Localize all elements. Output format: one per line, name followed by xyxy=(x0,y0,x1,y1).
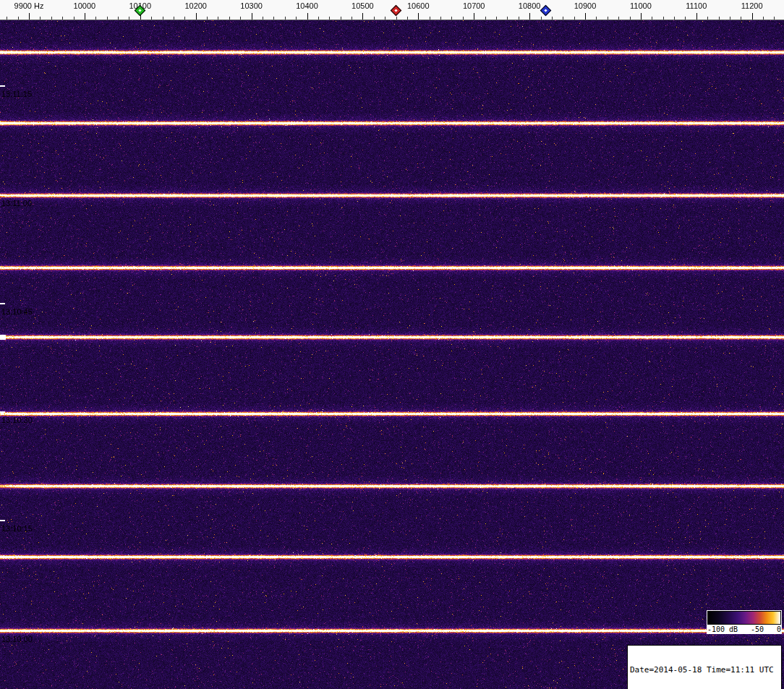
ruler-minor-tick xyxy=(240,17,241,20)
ruler-minor-tick xyxy=(318,17,319,20)
ruler-label: 10400 xyxy=(296,1,318,10)
ruler-minor-tick xyxy=(218,17,218,20)
ruler-minor-tick xyxy=(118,17,119,20)
ruler-label: 10900 xyxy=(574,1,597,10)
ruler-minor-tick xyxy=(7,17,7,20)
ruler-major-tick xyxy=(752,13,753,20)
ruler-minor-tick xyxy=(763,17,764,20)
ruler-major-tick xyxy=(529,13,530,20)
ruler-minor-tick xyxy=(552,17,553,20)
ruler-minor-tick xyxy=(296,17,297,20)
ruler-minor-tick xyxy=(574,17,575,20)
ruler-minor-tick xyxy=(596,17,597,20)
ruler-major-tick xyxy=(307,13,308,20)
ruler-major-tick xyxy=(641,13,642,20)
ruler-label: 10700 xyxy=(463,1,485,10)
colorbar-min-label: -100 dB xyxy=(707,625,738,633)
ruler-minor-tick xyxy=(40,17,41,20)
ruler-minor-tick xyxy=(74,17,74,20)
ruler-major-tick xyxy=(196,13,197,20)
ruler-label: 9900 Hz xyxy=(14,1,44,10)
ruler-label: 10200 xyxy=(184,1,207,10)
ruler-minor-tick xyxy=(385,17,385,20)
ruler-minor-tick xyxy=(630,17,631,20)
ruler-minor-tick xyxy=(95,17,96,20)
ruler-minor-tick xyxy=(507,17,508,20)
ruler-minor-tick xyxy=(719,17,720,20)
marker-red-diamond-icon[interactable] xyxy=(390,5,401,17)
ruler-minor-tick xyxy=(129,17,129,20)
ruler-major-tick xyxy=(85,13,85,20)
ruler-minor-tick xyxy=(440,17,441,20)
ruler-minor-tick xyxy=(351,17,352,20)
ruler-minor-tick xyxy=(151,17,152,20)
colorbar-max-label: 0 xyxy=(777,625,781,633)
ruler-major-tick xyxy=(418,13,419,20)
ruler-label: 11200 xyxy=(741,1,763,10)
ruler-minor-tick xyxy=(163,17,163,20)
marker-center-dot xyxy=(545,9,547,12)
ruler-label: 10600 xyxy=(407,1,430,10)
ruler-minor-tick xyxy=(407,17,408,20)
ruler-minor-tick xyxy=(519,17,519,20)
ruler-minor-tick xyxy=(485,17,486,20)
ruler-minor-tick xyxy=(730,17,730,20)
ruler-minor-tick xyxy=(774,17,775,20)
ruler-minor-tick xyxy=(652,17,652,20)
ruler-minor-tick xyxy=(563,17,563,20)
ruler-major-tick xyxy=(474,13,474,20)
ruler-minor-tick xyxy=(184,17,185,20)
ruler-minor-tick xyxy=(608,17,608,20)
ruler-minor-tick xyxy=(229,17,230,20)
colorbar-labels: -100 dB -50 0 xyxy=(707,625,781,633)
colorbar-mid-label: -50 xyxy=(751,625,764,633)
waterfall-spectrogram-window: 9900 Hz100001010010200103001040010500106… xyxy=(0,0,784,689)
ruler-minor-tick xyxy=(174,17,174,20)
info-line-date: Date=2014-05-18 Time=11:11 UTC xyxy=(630,665,779,675)
ruler-minor-tick xyxy=(663,17,664,20)
ruler-major-tick xyxy=(29,13,30,20)
ruler-minor-tick xyxy=(451,17,452,20)
frequency-ruler[interactable]: 9900 Hz100001010010200103001040010500106… xyxy=(0,0,784,20)
ruler-major-tick xyxy=(585,13,586,20)
marker-center-dot xyxy=(138,9,141,12)
ruler-minor-tick xyxy=(285,17,286,20)
ruler-minor-tick xyxy=(674,17,675,20)
marker-blue-diamond-icon[interactable] xyxy=(540,5,552,17)
ruler-label: 11000 xyxy=(630,1,652,10)
ruler-minor-tick xyxy=(329,17,330,20)
ruler-minor-tick xyxy=(62,17,63,20)
amplitude-colorbar: -100 dB -50 0 xyxy=(707,610,782,634)
ruler-minor-tick xyxy=(741,17,741,20)
ruler-minor-tick xyxy=(207,17,208,20)
colorbar-gradient xyxy=(707,611,781,625)
waterfall-display[interactable] xyxy=(0,20,784,689)
ruler-minor-tick xyxy=(107,17,108,20)
ruler-minor-tick xyxy=(374,17,375,20)
ruler-minor-tick xyxy=(18,17,19,20)
ruler-minor-tick xyxy=(463,17,464,20)
ruler-label: 11100 xyxy=(686,1,707,10)
ruler-minor-tick xyxy=(51,17,52,20)
ruler-minor-tick xyxy=(496,17,497,20)
info-box: Date=2014-05-18 Time=11:11 UTC Freq=143 … xyxy=(627,645,782,689)
ruler-minor-tick xyxy=(618,17,619,20)
marker-center-dot xyxy=(394,9,397,12)
ruler-label: 10500 xyxy=(351,1,374,10)
ruler-minor-tick xyxy=(263,17,263,20)
ruler-label: 10300 xyxy=(240,1,263,10)
ruler-major-tick xyxy=(252,13,252,20)
ruler-minor-tick xyxy=(273,17,274,20)
ruler-minor-tick xyxy=(541,17,542,20)
ruler-minor-tick xyxy=(430,17,430,20)
ruler-label: 10800 xyxy=(519,1,541,10)
ruler-minor-tick xyxy=(707,17,708,20)
ruler-minor-tick xyxy=(396,17,397,20)
ruler-major-tick xyxy=(362,13,363,20)
ruler-major-tick xyxy=(696,13,697,20)
ruler-label: 10000 xyxy=(74,1,96,10)
ruler-minor-tick xyxy=(341,17,341,20)
ruler-minor-tick xyxy=(685,17,686,20)
